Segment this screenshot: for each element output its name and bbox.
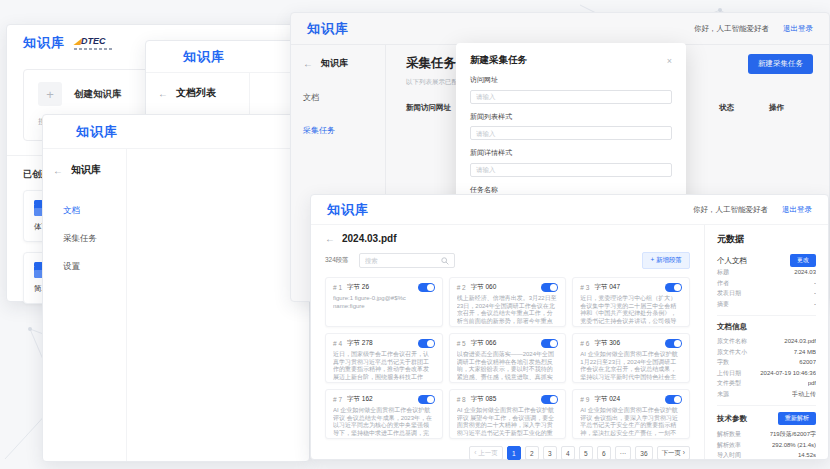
metadata-panel: 元数据 个人文档 更改 标题2024.03作者-发表日期-摘要- 文档信息 原文… — [704, 225, 828, 459]
search-box[interactable] — [359, 253, 455, 268]
chunk-card[interactable]: # 6字节 306AI 企业如何做全面贯彻工作会议护航 1月22日至23日，20… — [572, 333, 690, 383]
chunk-size-label: 字节 278 — [347, 339, 373, 348]
panel-row-value: pdf — [808, 378, 816, 389]
back-arrow-icon[interactable]: ← — [158, 88, 168, 99]
document-title: 2024.03.pdf — [342, 233, 396, 244]
logo-text: DTEC — [81, 36, 106, 46]
panel-row-value: 2024.03.pdf — [784, 336, 816, 347]
app-title: 知识库 — [23, 34, 65, 52]
modal-field: 新闻详情样式 — [470, 148, 672, 177]
back-arrow-icon[interactable]: ← — [325, 233, 335, 244]
chunk-text: AI 企业如何做全面贯彻工作会议护航评议 会议总结去年成果，2023年，在以习近… — [333, 407, 435, 437]
file-info-rows: 原文件名称2024.03.pdf原文件大小7.24 MB字数62007上传日期2… — [717, 336, 816, 399]
doc-main: ← 2024.03.pdf 324段落 + 新增段落 # 1字节 26figur… — [311, 225, 704, 459]
panel-row-label: 解析数量 — [717, 429, 741, 440]
panel-row: 摘要- — [717, 299, 816, 310]
chunk-enabled-toggle[interactable] — [418, 395, 435, 404]
search-icon — [441, 257, 449, 265]
modal-field: 新闻列表样式 — [470, 112, 672, 141]
panel-row: 解析效率292.08% (21.4s) — [717, 440, 816, 451]
chunk-card[interactable]: # 3字节 047近日，党委理论学习中心组（扩大）会议集中学习党的二十届三中全会… — [572, 277, 690, 327]
chunk-index: # 7 — [333, 396, 342, 403]
pagination-page-3[interactable]: 3 — [543, 446, 557, 460]
panel-row: 解析数量719段落/62007字 — [717, 429, 816, 440]
pagination-page-4[interactable]: 4 — [561, 446, 575, 460]
pagination-prev[interactable]: ‹ 上一页 — [469, 446, 502, 460]
kb-sidebar-nav: 文档采集任务设置 — [43, 197, 309, 281]
chunk-card[interactable]: # 2字节 060线上新经济、倍增再出发。3月22日至23日，2024年全国调研… — [449, 277, 567, 327]
pagination: ‹ 上一页123456···36下一页 › — [325, 446, 690, 460]
field-input-新闻列表样式[interactable] — [470, 126, 672, 140]
chunk-card[interactable]: # 8字节 085AI 企业如何做全面贯彻工作会议护航评议 展望今年工作，会议强… — [449, 389, 567, 439]
panel-row: 文件类型pdf — [717, 378, 816, 389]
panel-row: 发表日期- — [717, 288, 816, 299]
pagination-next[interactable]: 下一页 › — [657, 446, 690, 460]
chunk-size-label: 字节 066 — [471, 339, 497, 348]
chunk-grid: # 1字节 26figure:1 figure-0.jpg@#$%c name:… — [325, 277, 690, 439]
chunk-size-label: 字节 306 — [594, 339, 620, 348]
panel-row: 标题2024.03 — [717, 267, 816, 278]
pagination-ellipsis[interactable]: ··· — [615, 446, 632, 460]
sidebar-item-设置[interactable]: 设置 — [43, 253, 309, 281]
panel-row-label: 上传日期 — [717, 368, 741, 379]
pagination-page-5[interactable]: 5 — [579, 446, 593, 460]
chunk-enabled-toggle[interactable] — [665, 339, 682, 348]
chunk-enabled-toggle[interactable] — [418, 283, 435, 292]
chunk-index: # 9 — [580, 396, 589, 403]
panel-row-label: 摘要 — [717, 299, 729, 310]
field-input-访问网址[interactable] — [470, 90, 672, 104]
chunk-size-label: 字节 060 — [471, 283, 497, 292]
chunk-card[interactable]: # 9字节 024AI 企业如何做全面贯彻工作会议护航评议 会议指出，要深入学习… — [572, 389, 690, 439]
window-kb-nav: 知识库 ← 知识库 文档采集任务设置 — [42, 114, 310, 462]
chunk-card[interactable]: # 4字节 278近日，国家级学会工作会议召开，认真学习贯彻习近平总书记关于群团… — [325, 333, 443, 383]
pagination-page-1[interactable]: 1 — [507, 446, 521, 460]
sidebar-item-文档[interactable]: 文档 — [43, 197, 309, 225]
add-paragraph-button[interactable]: + 新增段落 — [642, 252, 690, 269]
chunk-text: figure:1 figure-0.jpg@#$%c name:figure — [333, 295, 435, 325]
chunk-card-header: # 9字节 024 — [580, 395, 682, 404]
chunk-enabled-toggle[interactable] — [541, 283, 558, 292]
chunk-text: AI 企业如何做全面贯彻工作会议护航评议 展望今年工作，会议强调，要全面贯彻党的… — [457, 407, 559, 437]
create-kb-title: 创建知识库 — [74, 88, 122, 101]
sidebar-divider — [126, 149, 127, 461]
chunk-enabled-toggle[interactable] — [665, 395, 682, 404]
panel-row: 导入时间14.52s — [717, 450, 816, 459]
panel-row-label: 导入时间 — [717, 450, 741, 459]
chunk-index: # 3 — [580, 284, 589, 291]
chunk-enabled-toggle[interactable] — [541, 339, 558, 348]
chunk-card-header: # 3字节 047 — [580, 283, 682, 292]
chunk-card[interactable]: # 5字节 066以奋进姿态全面落实——2024年全国调研工作会议精神在各地引发… — [449, 333, 567, 383]
chunk-card[interactable]: # 7字节 162AI 企业如何做全面贯彻工作会议护航评议 会议总结去年成果，2… — [325, 389, 443, 439]
chunk-card-header: # 5字节 066 — [457, 339, 559, 348]
sidebar-item-采集任务[interactable]: 采集任务 — [43, 225, 309, 253]
pagination-page-2[interactable]: 2 — [525, 446, 539, 460]
pagination-page-6[interactable]: 6 — [597, 446, 611, 460]
panel-row-value: 7.24 MB — [794, 347, 816, 358]
panel-row-value: 2024.03 — [794, 267, 816, 278]
reparse-button[interactable]: 重新解析 — [778, 412, 816, 425]
logout-link[interactable]: 退出登录 — [782, 205, 812, 215]
chunk-size-label: 字节 162 — [347, 395, 373, 404]
back-arrow-icon[interactable]: ← — [53, 165, 63, 176]
doc-type-label: 个人文档 — [717, 256, 747, 266]
plus-icon: + — [38, 82, 62, 106]
field-input-新闻详情样式[interactable] — [470, 163, 672, 177]
chunk-index: # 2 — [457, 284, 466, 291]
logo-mark-icon: ◢ — [74, 36, 81, 46]
chunk-enabled-toggle[interactable] — [665, 283, 682, 292]
pagination-page-36[interactable]: 36 — [635, 446, 652, 460]
chunk-enabled-toggle[interactable] — [418, 339, 435, 348]
search-input[interactable] — [365, 257, 437, 264]
tech-params-rows: 解析数量719段落/62007字解析效率292.08% (21.4s)导入时间1… — [717, 429, 816, 459]
panel-row-value: - — [814, 278, 816, 289]
close-icon[interactable]: × — [667, 56, 672, 66]
meta-rows: 标题2024.03作者-发表日期-摘要- — [717, 267, 816, 309]
chunk-text: 以奋进姿态全面落实——2024年全国调研工作会议精神在各地引发热烈反响，大家纷纷… — [457, 351, 559, 381]
change-type-button[interactable]: 更改 — [790, 254, 816, 267]
chunk-index: # 1 — [333, 284, 342, 291]
panel-row: 原文件大小7.24 MB — [717, 347, 816, 358]
app-title: 知识库 — [76, 123, 118, 141]
panel-row-value: 2024-07-19 10:46:36 — [760, 368, 816, 379]
chunk-card[interactable]: # 1字节 26figure:1 figure-0.jpg@#$%c name:… — [325, 277, 443, 327]
chunk-enabled-toggle[interactable] — [541, 395, 558, 404]
